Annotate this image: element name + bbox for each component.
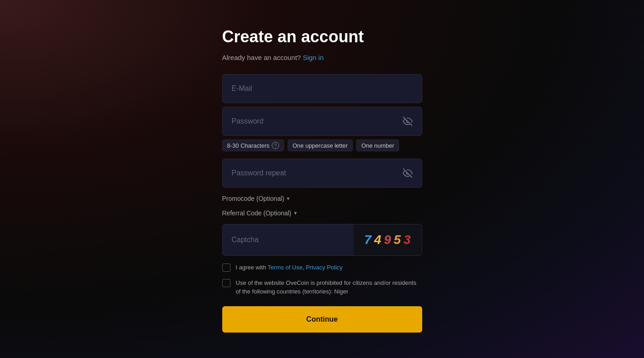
password-input[interactable]: [223, 107, 422, 135]
continue-button[interactable]: Continue: [222, 306, 422, 333]
password-hints: 8-30 Characters ? One uppercase letter O…: [222, 139, 422, 151]
geo-restriction-row: Use of the website OveCoin is prohibited…: [222, 278, 422, 296]
terms-of-use-link[interactable]: Terms of Use: [268, 264, 303, 271]
captcha-digit-1: 7: [364, 233, 372, 247]
sign-in-prefix: Already have an account?: [222, 54, 301, 61]
promocode-row[interactable]: Promocode (Optional) ▾: [222, 191, 422, 206]
terms-checkbox[interactable]: [222, 264, 230, 272]
captcha-digit-5: 3: [404, 233, 411, 247]
captcha-display[interactable]: 7 4 9 5 3: [354, 224, 422, 255]
password-field-wrapper: [222, 107, 422, 136]
sign-in-link[interactable]: Sign in: [303, 54, 324, 61]
captcha-digit-3: 9: [384, 233, 391, 247]
hint-number: One number: [356, 139, 399, 151]
password-repeat-input[interactable]: [223, 159, 422, 187]
chevron-down-icon-referral: ▾: [294, 210, 297, 216]
sign-in-row: Already have an account? Sign in: [222, 54, 324, 61]
page-title: Create an account: [222, 27, 364, 46]
password-group: 8-30 Characters ? One uppercase letter O…: [222, 107, 422, 157]
email-group: [222, 74, 422, 105]
terms-label: I agree with Terms of Use, Privacy Polic…: [236, 263, 343, 272]
eye-off-icon-repeat: [403, 168, 413, 178]
password-repeat-toggle-button[interactable]: [401, 166, 414, 180]
geo-restriction-label: Use of the website OveCoin is prohibited…: [236, 278, 422, 296]
chevron-down-icon: ▾: [287, 195, 290, 202]
eye-off-icon: [403, 116, 413, 126]
captcha-label: Captcha: [232, 236, 259, 244]
main-container: Create an account Already have an accoun…: [222, 0, 422, 333]
password-repeat-group: [222, 159, 422, 189]
password-toggle-button[interactable]: [401, 114, 414, 128]
email-input[interactable]: [223, 75, 422, 103]
privacy-policy-link[interactable]: Privacy Policy: [306, 264, 343, 271]
email-field-wrapper: [222, 74, 422, 103]
referral-label: Referral Code (Optional): [222, 209, 292, 217]
captcha-wrapper: Captcha 7 4 9 5 3: [222, 224, 422, 256]
hint-characters: 8-30 Characters ?: [222, 139, 284, 151]
captcha-digit-4: 5: [394, 233, 401, 247]
geo-restriction-checkbox[interactable]: [222, 279, 230, 287]
help-icon[interactable]: ?: [272, 142, 279, 149]
terms-checkbox-row: I agree with Terms of Use, Privacy Polic…: [222, 263, 422, 272]
captcha-digit-2: 4: [374, 233, 381, 247]
promocode-label: Promocode (Optional): [222, 195, 285, 202]
referral-row[interactable]: Referral Code (Optional) ▾: [222, 206, 422, 220]
hint-uppercase: One uppercase letter: [288, 139, 353, 151]
password-repeat-wrapper: [222, 159, 422, 188]
